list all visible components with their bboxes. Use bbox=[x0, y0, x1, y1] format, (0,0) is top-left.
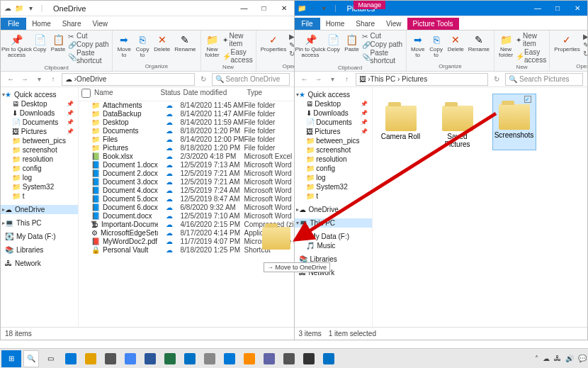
tab-view[interactable]: View bbox=[87, 18, 114, 30]
taskbar-app[interactable] bbox=[300, 350, 318, 367]
back-button[interactable]: ← bbox=[299, 74, 310, 85]
file-row[interactable]: ⚙MicrosoftEdgeSetup.exe☁8/17/2020 4:14 P… bbox=[79, 229, 294, 238]
tab-share[interactable]: Share bbox=[350, 18, 380, 30]
nav-mydata[interactable]: 💽 My Data (F:) bbox=[295, 232, 372, 241]
new-folder-button[interactable]: 📁New folder bbox=[497, 32, 514, 64]
maximize-button[interactable]: □ bbox=[254, 1, 274, 16]
taskbar-app[interactable] bbox=[220, 350, 239, 367]
nav-item-desktop[interactable]: 🖥 Desktop📌 bbox=[1, 99, 78, 108]
pin-quick-access-button[interactable]: 📌Pin to Quick access bbox=[298, 32, 324, 65]
file-row[interactable]: 📗Book.xlsx☁2/3/2020 4:18 PMMicrosoft Exc… bbox=[79, 152, 294, 161]
rename-button[interactable]: ✎Rename bbox=[467, 32, 491, 59]
nav-item-between_pics[interactable]: 📁 between_pics bbox=[1, 136, 78, 145]
file-row[interactable]: 📘Document 4.docx☁12/5/2019 7:24 AMMicros… bbox=[79, 186, 294, 195]
nav-item-log[interactable]: 📁 log bbox=[1, 173, 78, 182]
tray-onedrive-icon[interactable]: ☁ bbox=[543, 355, 550, 362]
nav-quick-access[interactable]: ▾★ Quick access bbox=[295, 90, 372, 99]
cut-button[interactable]: ✂Cut bbox=[68, 32, 109, 40]
nav-item-config[interactable]: 📁 config bbox=[1, 164, 78, 173]
file-row[interactable]: 📁DataBackup☁8/14/2020 11:47 AMFile folde… bbox=[79, 110, 294, 118]
tab-home[interactable]: Home bbox=[320, 18, 351, 30]
refresh-button[interactable]: ↻ bbox=[491, 74, 502, 85]
up-button[interactable]: ↑ bbox=[341, 74, 353, 85]
titlebar-right[interactable]: 📁 ▫ ▾ | Pictures — □ ✕ bbox=[295, 1, 588, 16]
nav-this-pc[interactable]: ▾💻 This PC bbox=[295, 218, 372, 228]
nav-libraries[interactable]: 📚 Libraries bbox=[1, 245, 78, 255]
nav-item-screenshot[interactable]: 📁 screenshot bbox=[295, 145, 372, 155]
minimize-button[interactable]: — bbox=[234, 1, 254, 16]
delete-button[interactable]: ✕Delete bbox=[152, 32, 171, 59]
pin-quick-access-button[interactable]: 📌Pin to Quick access bbox=[4, 32, 30, 65]
nav-item-resolution[interactable]: 📁 resolution bbox=[1, 155, 78, 164]
folder-screenshots[interactable]: ✓Screenshots bbox=[493, 94, 536, 150]
taskbar-app[interactable] bbox=[320, 350, 338, 367]
taskbar-app[interactable] bbox=[260, 350, 278, 367]
rename-button[interactable]: ✎Rename bbox=[173, 32, 197, 59]
tab-picture-tools[interactable]: Picture Tools bbox=[407, 18, 459, 30]
col-status[interactable]: Status bbox=[158, 89, 181, 99]
copy-button[interactable]: 📄Copy bbox=[31, 32, 48, 65]
nav-item-documents[interactable]: 📄 Documents📌 bbox=[295, 118, 372, 127]
titlebar-left[interactable]: ☁ 📁 ▾ | OneDrive — □ ✕ bbox=[1, 1, 294, 16]
recent-chevron-icon[interactable]: ▾ bbox=[327, 74, 339, 85]
back-button[interactable]: ← bbox=[5, 74, 16, 85]
edit-button[interactable]: ✎Edit bbox=[289, 40, 293, 48]
nav-item-pictures[interactable]: 🖼 Pictures📌 bbox=[1, 127, 78, 136]
taskbar-search[interactable]: 🔍 bbox=[23, 350, 39, 367]
qat-chevron-icon[interactable]: ▾ bbox=[26, 4, 35, 13]
tab-share[interactable]: Share bbox=[57, 18, 87, 30]
edit-button[interactable]: ✎Edit bbox=[583, 40, 587, 48]
tray-notifications-icon[interactable]: 💬 bbox=[578, 355, 587, 362]
forward-button[interactable]: → bbox=[313, 74, 324, 85]
file-row[interactable]: 📁Documents☁8/18/2020 1:20 PMFile folder bbox=[79, 127, 294, 135]
nav-item-screenshot[interactable]: 📁 screenshot bbox=[1, 145, 78, 155]
col-type[interactable]: Type bbox=[244, 89, 294, 99]
task-view-button[interactable]: ▭ bbox=[41, 350, 60, 367]
file-row[interactable]: 📘Document 5.docx☁12/5/2019 8:47 AMMicros… bbox=[79, 195, 294, 203]
history-button[interactable]: ↻History bbox=[583, 49, 587, 57]
tray-network-icon[interactable]: 🖧 bbox=[554, 355, 561, 362]
nav-item-downloads[interactable]: ⬇ Downloads📌 bbox=[295, 108, 372, 118]
folder-camera-roll[interactable]: Camera Roll bbox=[380, 94, 422, 150]
copy-to-button[interactable]: ⎘Copy to bbox=[428, 32, 445, 59]
move-to-button[interactable]: ➡Move to bbox=[115, 32, 132, 59]
nav-quick-access[interactable]: ▾★ Quick access bbox=[1, 90, 78, 99]
file-row[interactable]: 📁Desktop☁8/14/2020 11:59 AMFile folder bbox=[79, 118, 294, 127]
copy-path-button[interactable]: 🔗Copy path bbox=[362, 40, 403, 48]
close-button[interactable]: ✕ bbox=[274, 1, 294, 16]
col-name[interactable]: Name bbox=[91, 89, 158, 99]
close-button[interactable]: ✕ bbox=[567, 1, 587, 16]
maximize-button[interactable]: □ bbox=[548, 1, 567, 16]
open-button[interactable]: ▶Open bbox=[289, 32, 293, 40]
move-to-button[interactable]: ➡Move to bbox=[409, 32, 426, 59]
new-item-button[interactable]: ✦New item bbox=[516, 32, 546, 48]
recent-chevron-icon[interactable]: ▾ bbox=[33, 74, 45, 85]
properties-button[interactable]: ✓Properties bbox=[259, 32, 288, 57]
file-row[interactable]: 📘Document 3.docx☁12/5/2019 7:21 AMMicros… bbox=[79, 178, 294, 186]
folder-saved-pictures[interactable]: Saved Pictures bbox=[436, 94, 479, 150]
paste-button[interactable]: 📋Paste bbox=[50, 32, 67, 65]
breadcrumb[interactable]: ☁ › OneDrive bbox=[62, 73, 195, 86]
file-row[interactable]: 📁Attachments☁8/14/2020 11:45 AMFile fold… bbox=[79, 101, 294, 110]
nav-item-config[interactable]: 📁 config bbox=[295, 164, 372, 173]
taskbar-app[interactable] bbox=[240, 350, 259, 367]
file-row[interactable]: 📘Document 2.docx☁12/5/2019 7:21 AMMicros… bbox=[79, 169, 294, 178]
nav-item-downloads[interactable]: ⬇ Downloads📌 bbox=[1, 108, 78, 118]
paste-shortcut-button[interactable]: 📎Paste shortcut bbox=[68, 49, 109, 65]
tab-home[interactable]: Home bbox=[26, 18, 57, 30]
tray-chevron-icon[interactable]: ˄ bbox=[535, 355, 538, 362]
forward-button[interactable]: → bbox=[19, 74, 30, 85]
nav-network[interactable]: 🖧 Network bbox=[1, 259, 78, 268]
taskbar-app[interactable] bbox=[101, 350, 120, 367]
easy-access-button[interactable]: ⚡Easy access bbox=[516, 48, 546, 64]
nav-item-log[interactable]: 📁 log bbox=[295, 173, 372, 182]
col-date[interactable]: Date modified bbox=[181, 89, 244, 99]
breadcrumb[interactable]: 🖼 › This PC › Pictures bbox=[356, 73, 489, 86]
open-button[interactable]: ▶Open bbox=[583, 32, 587, 40]
properties-button[interactable]: ✓Properties bbox=[553, 32, 581, 57]
taskbar-app[interactable] bbox=[81, 350, 100, 367]
nav-item-desktop[interactable]: 🖥 Desktop📌 bbox=[295, 99, 372, 108]
file-row[interactable]: 📘Document 6.docx☁6/8/2020 9:32 AMMicroso… bbox=[79, 203, 294, 212]
easy-access-button[interactable]: ⚡Easy access bbox=[222, 48, 253, 64]
paste-shortcut-button[interactable]: 📎Paste shortcut bbox=[362, 49, 403, 65]
